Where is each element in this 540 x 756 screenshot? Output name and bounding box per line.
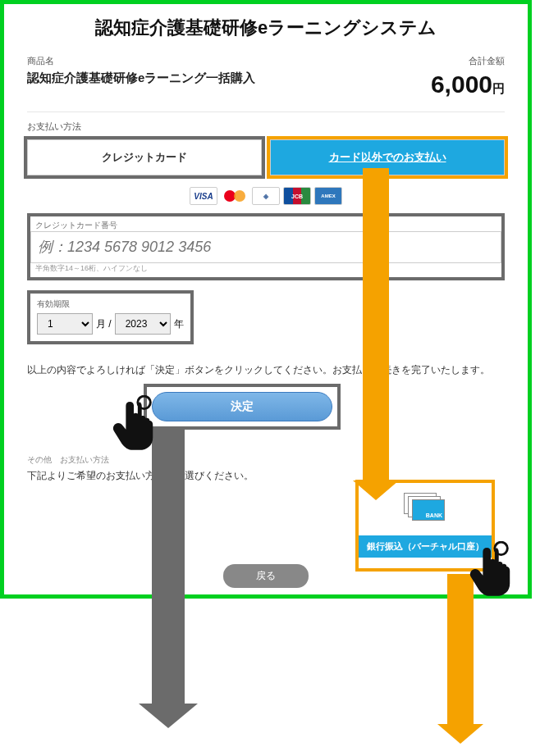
divider: [27, 112, 505, 112]
card-number-input[interactable]: [30, 231, 501, 263]
month-unit: 月 /: [96, 317, 112, 331]
confirm-text: 以上の内容でよろしければ「決定」ボタンをクリックしてください。お支払い手続きを完…: [4, 344, 528, 384]
total-amount: 6,000: [431, 71, 492, 98]
payment-method-label: お支払い方法: [4, 121, 528, 136]
product-label: 商品名: [27, 55, 266, 67]
expiry-month-select[interactable]: 1: [37, 313, 93, 335]
jcb-icon: JCB: [283, 187, 311, 205]
page-title: 認知症介護基礎研修eラーニングシステム: [4, 4, 528, 48]
currency-label: 円: [492, 81, 505, 95]
bank-icon: BANK: [404, 493, 446, 522]
expiry-year-select[interactable]: 2023: [115, 313, 171, 335]
expiry-label: 有効期限: [37, 298, 184, 310]
amex-icon: AMEX: [314, 187, 342, 205]
pointer-hand-icon-2: [468, 541, 515, 597]
card-number-label: クレジットカード番号: [30, 216, 501, 231]
gray-arrow: [152, 426, 185, 705]
diners-icon: ◈: [252, 187, 280, 205]
product-name: 認知症介護基礎研修eラーニング一括購入: [27, 71, 266, 86]
submit-button[interactable]: 決定: [152, 392, 332, 421]
card-number-hint: 半角数字14～16桁、ハイフンなし: [30, 263, 501, 277]
orange-arrow-1: [363, 168, 389, 482]
other-payment-label: その他 お支払い方法: [27, 454, 505, 466]
mastercard-icon: [221, 187, 249, 205]
back-button[interactable]: 戻る: [223, 564, 309, 588]
year-unit: 年: [174, 317, 184, 331]
visa-icon: VISA: [190, 187, 217, 205]
card-logos: VISA ◈ JCB AMEX: [4, 175, 528, 213]
total-label: 合計金額: [266, 55, 505, 67]
pointer-hand-icon: [111, 395, 158, 451]
credit-card-tab[interactable]: クレジットカード: [27, 139, 262, 175]
